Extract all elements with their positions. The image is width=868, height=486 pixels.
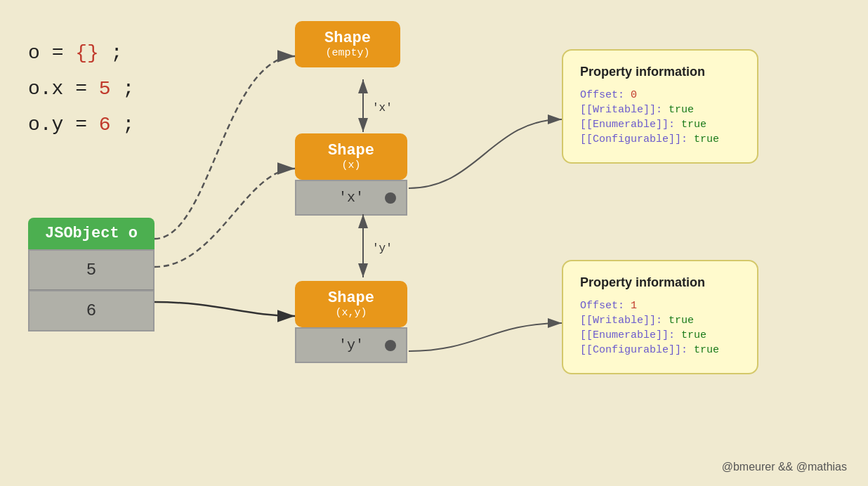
code-equals-1: =	[52, 42, 76, 64]
shape-x-header: Shape (x)	[295, 133, 407, 180]
prop-x-configurable-value: true	[694, 133, 719, 145]
jsobject-cell-5: 5	[28, 249, 154, 290]
code-semi-2: ;	[122, 78, 134, 100]
prop-x-configurable-label: [[Configurable]]:	[580, 133, 694, 145]
prop-y-title: Property information	[580, 275, 740, 290]
prop-x-writable: [[Writable]]: true	[580, 104, 740, 116]
prop-y-enumerable: [[Enumerable]]: true	[580, 329, 740, 341]
prop-x-enumerable-value: true	[681, 119, 706, 131]
code-ox: o.x	[28, 78, 63, 100]
jsobject-header: JSObject o	[28, 218, 154, 249]
prop-box-x: Property information Offset: 0 [[Writabl…	[562, 49, 758, 164]
code-semi-3: ;	[122, 114, 134, 136]
shape-x-subtitle: (x)	[312, 159, 390, 171]
prop-y-enumerable-value: true	[681, 329, 706, 341]
shape-x-dot	[385, 192, 396, 204]
arrow-jsobject-to-shape-x	[154, 169, 295, 267]
code-semi-1: ;	[111, 42, 123, 64]
arrow-shape-x-to-prop-x	[409, 119, 562, 188]
prop-y-offset-value: 1	[631, 300, 637, 312]
shape-xy-cell: 'y'	[295, 327, 407, 363]
code-section: o = {} ; o.x = 5 ; o.y = 6 ;	[28, 42, 134, 150]
prop-y-writable: [[Writable]]: true	[580, 315, 740, 327]
code-5: 5	[99, 78, 111, 100]
prop-x-writable-value: true	[669, 104, 694, 116]
prop-y-writable-value: true	[669, 315, 694, 327]
jsobject-cell-6: 6	[28, 290, 154, 331]
shape-xy-header: Shape (x,y)	[295, 281, 407, 327]
code-line-3: o.y = 6 ;	[28, 114, 134, 136]
jsobject-container: JSObject o 5 6	[28, 218, 154, 331]
shape-x-title: Shape	[312, 142, 390, 159]
attribution: @bmeurer && @mathias	[722, 461, 847, 473]
arrow-shape-xy-to-prop-y	[409, 323, 562, 351]
arrow-x-label: 'x'	[372, 102, 393, 114]
code-line-1: o = {} ;	[28, 42, 134, 64]
shape-x-box: Shape (x) 'x'	[295, 133, 407, 216]
shape-empty-subtitle: (empty)	[312, 47, 383, 59]
prop-x-offset: Offset: 0	[580, 89, 740, 101]
shape-xy-cell-label: 'y'	[338, 337, 364, 353]
code-line-2: o.x = 5 ;	[28, 78, 134, 100]
prop-x-title: Property information	[580, 65, 740, 79]
code-6: 6	[99, 114, 111, 136]
prop-y-offset: Offset: 1	[580, 300, 740, 312]
prop-y-configurable-label: [[Configurable]]:	[580, 344, 694, 356]
prop-y-configurable: [[Configurable]]: true	[580, 344, 740, 356]
prop-x-configurable: [[Configurable]]: true	[580, 133, 740, 145]
arrow-y-label: 'y'	[372, 242, 393, 255]
prop-y-enumerable-label: [[Enumerable]]:	[580, 329, 681, 341]
prop-x-writable-label: [[Writable]]:	[580, 104, 669, 116]
shape-xy-dot	[385, 340, 396, 351]
shape-x-cell-label: 'x'	[338, 190, 364, 206]
prop-y-writable-label: [[Writable]]:	[580, 315, 669, 327]
code-equals-2: =	[75, 78, 99, 100]
code-oy: o.y	[28, 114, 63, 136]
shape-xy-box: Shape (x,y) 'y'	[295, 281, 407, 363]
prop-box-y: Property information Offset: 1 [[Writabl…	[562, 260, 758, 374]
shape-xy-subtitle: (x,y)	[312, 307, 390, 319]
main-container: o = {} ; o.x = 5 ; o.y = 6 ; JSObject o …	[0, 0, 868, 486]
code-equals-3: =	[75, 114, 99, 136]
shape-x-cell: 'x'	[295, 180, 407, 216]
shape-xy-title: Shape	[312, 289, 390, 307]
prop-x-offset-value: 0	[631, 89, 637, 101]
prop-x-enumerable: [[Enumerable]]: true	[580, 119, 740, 131]
shape-empty-box: Shape (empty)	[295, 21, 400, 67]
shape-empty-header: Shape (empty)	[295, 21, 400, 67]
prop-x-enumerable-label: [[Enumerable]]:	[580, 119, 681, 131]
code-o: o	[28, 42, 40, 64]
code-braces: {}	[75, 42, 99, 64]
arrow-jsobject-to-shape-empty	[154, 56, 295, 239]
prop-x-offset-label: Offset:	[580, 89, 631, 101]
prop-y-configurable-value: true	[694, 344, 719, 356]
arrow-jsobject-to-shape-xy	[154, 302, 295, 316]
prop-y-offset-label: Offset:	[580, 300, 631, 312]
shape-empty-title: Shape	[312, 29, 383, 47]
